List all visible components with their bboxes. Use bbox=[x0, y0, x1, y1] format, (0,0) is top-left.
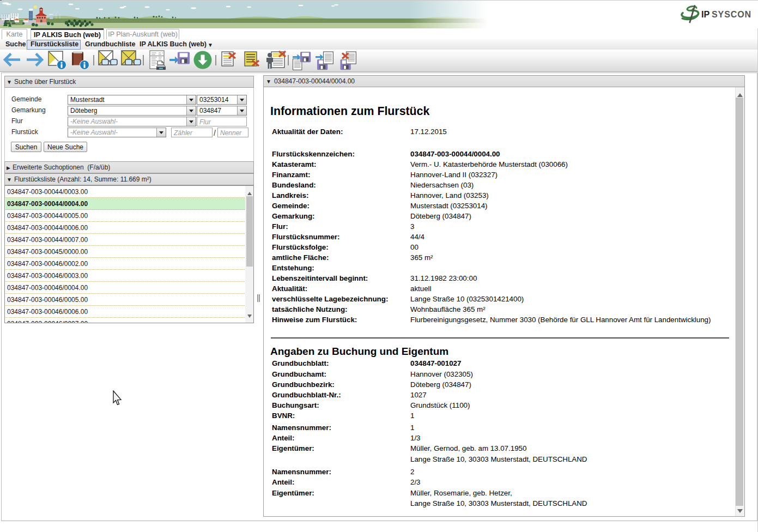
svg-text:IP: IP bbox=[701, 10, 710, 19]
svg-text:SYSCON: SYSCON bbox=[712, 10, 751, 19]
